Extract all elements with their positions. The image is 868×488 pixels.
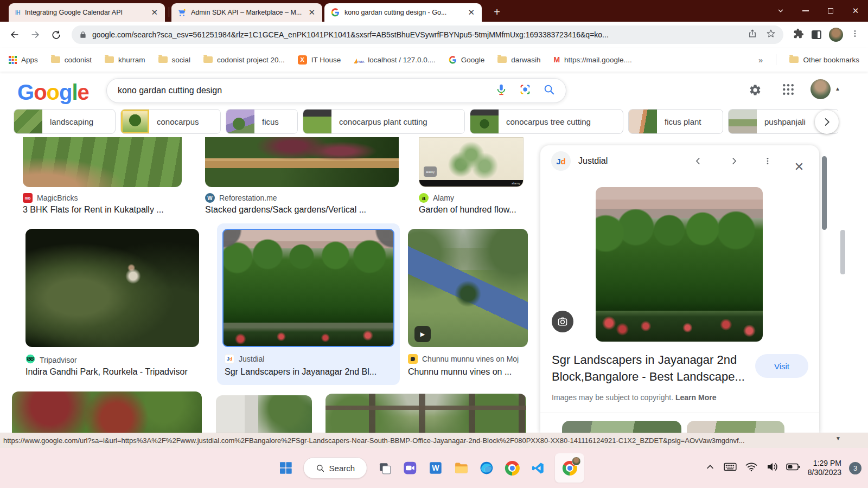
- voice-search-mic-icon[interactable]: [495, 84, 507, 98]
- next-image-button[interactable]: [725, 152, 743, 170]
- teams-chat-button[interactable]: [402, 460, 418, 476]
- google-lens-icon[interactable]: [519, 84, 531, 98]
- result-source[interactable]: WReforestation.me: [205, 193, 277, 203]
- word-button[interactable]: W: [427, 460, 444, 476]
- result-source[interactable]: aAlamy: [419, 193, 454, 203]
- notification-badge[interactable]: 3: [849, 462, 861, 474]
- bookmark-localhost[interactable]: PMAlocalhost / 127.0.0....: [354, 56, 436, 64]
- result-source[interactable]: JdJustdial: [225, 354, 264, 364]
- minimize-button[interactable]: [793, 0, 818, 22]
- close-panel-button[interactable]: ✕: [790, 158, 808, 176]
- bookmarks-overflow-button[interactable]: »: [758, 55, 763, 65]
- bookmark-star-icon[interactable]: [766, 29, 776, 41]
- result-image-partial-1[interactable]: [12, 391, 202, 433]
- result-title[interactable]: 3 BHK Flats for Rent in Kukatpally ...: [23, 205, 191, 215]
- bookmark-gmail[interactable]: Mhttps://mail.google....: [553, 55, 631, 64]
- back-button[interactable]: [4, 24, 25, 45]
- browser-tab-admin-sdk[interactable]: Admin SDK API – Marketplace – M... ✕: [171, 3, 322, 22]
- taskbar-search[interactable]: Search: [303, 457, 367, 479]
- preview-large-image[interactable]: [596, 187, 763, 342]
- scrollbar-down-icon[interactable]: ▼: [835, 435, 841, 441]
- result-title[interactable]: Chunnu munnu vines on ...: [408, 367, 528, 377]
- chrome-button[interactable]: [504, 460, 520, 476]
- task-view-button[interactable]: [376, 460, 393, 476]
- bookmark-apps[interactable]: Apps: [9, 56, 38, 64]
- tab-close-icon[interactable]: ✕: [466, 8, 476, 17]
- browser-tab-calendar-api[interactable]: IH Integrating Google Calendar API ✕: [9, 3, 165, 22]
- chip-conocarpus-tree-cutting[interactable]: conocarpus tree cutting: [470, 109, 623, 134]
- bookmark-it-house[interactable]: XIT House: [298, 55, 341, 65]
- result-title[interactable]: Stacked gardens/Sack gardens/Vertical ..…: [205, 205, 390, 215]
- forward-button[interactable]: [25, 24, 46, 45]
- url-text[interactable]: google.com/search?sca_esv=561251984&rlz=…: [92, 30, 742, 39]
- result-image-justdial-selected[interactable]: [222, 229, 394, 347]
- extensions-puzzle-icon[interactable]: [793, 28, 804, 41]
- search-input[interactable]: kono gardan cutting design: [106, 78, 566, 103]
- side-panel-icon[interactable]: [812, 30, 821, 39]
- profile-avatar[interactable]: [829, 28, 843, 42]
- account-avatar[interactable]: [810, 79, 831, 99]
- address-bar[interactable]: google.com/search?sca_esv=561251984&rlz=…: [72, 25, 783, 44]
- chip-landscaping[interactable]: landscaping: [14, 109, 116, 134]
- prev-image-button[interactable]: [689, 152, 707, 170]
- result-image-partial-2[interactable]: [216, 395, 312, 433]
- tab-close-icon[interactable]: ✕: [149, 8, 159, 17]
- search-query-text[interactable]: kono gardan cutting design: [118, 86, 483, 95]
- scrollbar-up-icon[interactable]: ▲: [835, 86, 840, 92]
- page-scrollbar-thumb[interactable]: [840, 230, 845, 274]
- result-image-alamy[interactable]: alamy alamy: [419, 137, 524, 187]
- bookmark-google[interactable]: Google: [449, 56, 485, 64]
- bookmark-darwasih[interactable]: darwasih: [497, 56, 540, 64]
- google-apps-grid-icon[interactable]: [782, 84, 794, 98]
- panel-thumbnail-1[interactable]: [562, 421, 681, 433]
- chip-conocarpus[interactable]: conocarpus: [120, 109, 221, 134]
- result-image-partial-3[interactable]: [326, 394, 526, 433]
- result-image-tripadvisor[interactable]: [25, 229, 199, 347]
- bookmark-codonist-project[interactable]: codonist project 20...: [203, 56, 285, 64]
- vscode-button[interactable]: [529, 460, 546, 476]
- bookmark-khurram[interactable]: khurram: [105, 56, 145, 64]
- panel-scrollbar-thumb[interactable]: [822, 156, 827, 230]
- wifi-icon[interactable]: [745, 460, 758, 476]
- search-icon[interactable]: [543, 84, 555, 98]
- taskbar-clock[interactable]: 1:29 PM 8/30/2023: [808, 459, 841, 477]
- result-title[interactable]: Indira Gandhi Park, Rourkela - Tripadvis…: [25, 367, 207, 377]
- edge-button[interactable]: [478, 460, 495, 476]
- chip-conocarpus-plant-cutting[interactable]: conocarpus plant cutting: [303, 109, 465, 134]
- chrome-active-app-button[interactable]: [555, 453, 584, 483]
- panel-thumbnail-2[interactable]: [687, 421, 784, 433]
- reload-button[interactable]: [46, 24, 66, 45]
- bookmark-social[interactable]: social: [158, 56, 191, 64]
- result-image-magicbricks[interactable]: [23, 137, 182, 187]
- close-window-button[interactable]: ✕: [843, 0, 868, 22]
- google-logo[interactable]: Google: [17, 80, 89, 105]
- learn-more-link[interactable]: Learn More: [675, 393, 716, 402]
- other-bookmarks-button[interactable]: Other bookmarks: [789, 56, 859, 64]
- browser-tab-active-search[interactable]: kono gardan cutting design - Go... ✕: [324, 3, 482, 22]
- result-source[interactable]: mbMagicBricks: [23, 193, 78, 203]
- touch-keyboard-icon[interactable]: [723, 460, 737, 476]
- result-source[interactable]: Tripadvisor: [25, 354, 77, 365]
- share-icon[interactable]: [748, 29, 757, 41]
- tab-search-chevron-icon[interactable]: [768, 0, 793, 22]
- result-title-selected[interactable]: Sgr Landscapers in Jayanagar 2nd Bl...: [225, 367, 390, 377]
- chips-next-button[interactable]: [815, 110, 839, 134]
- start-button[interactable]: [278, 460, 294, 476]
- panel-more-options-icon[interactable]: [758, 152, 777, 170]
- result-title[interactable]: Garden of hundred flow...: [419, 205, 525, 215]
- result-image-reforestation[interactable]: [205, 137, 399, 187]
- visit-button[interactable]: Visit: [755, 354, 808, 378]
- preview-title[interactable]: Sgr Landscapers in Jayanagar 2nd Block,B…: [552, 351, 750, 385]
- volume-icon[interactable]: [765, 460, 778, 476]
- bookmark-codonist[interactable]: codonist: [51, 56, 92, 64]
- chip-ficus-plant[interactable]: ficus plant: [628, 109, 723, 134]
- maximize-button[interactable]: [818, 0, 843, 22]
- tab-close-icon[interactable]: ✕: [307, 8, 317, 17]
- new-tab-button[interactable]: +: [489, 4, 505, 20]
- browser-menu-kebab-icon[interactable]: [851, 29, 859, 40]
- chip-ficus[interactable]: ficus: [226, 109, 298, 134]
- search-inside-image-camera-icon[interactable]: [552, 311, 573, 332]
- result-source[interactable]: Chunnu munnu vines on Moj: [408, 354, 532, 364]
- battery-icon[interactable]: [786, 463, 800, 473]
- settings-gear-icon[interactable]: [749, 84, 762, 99]
